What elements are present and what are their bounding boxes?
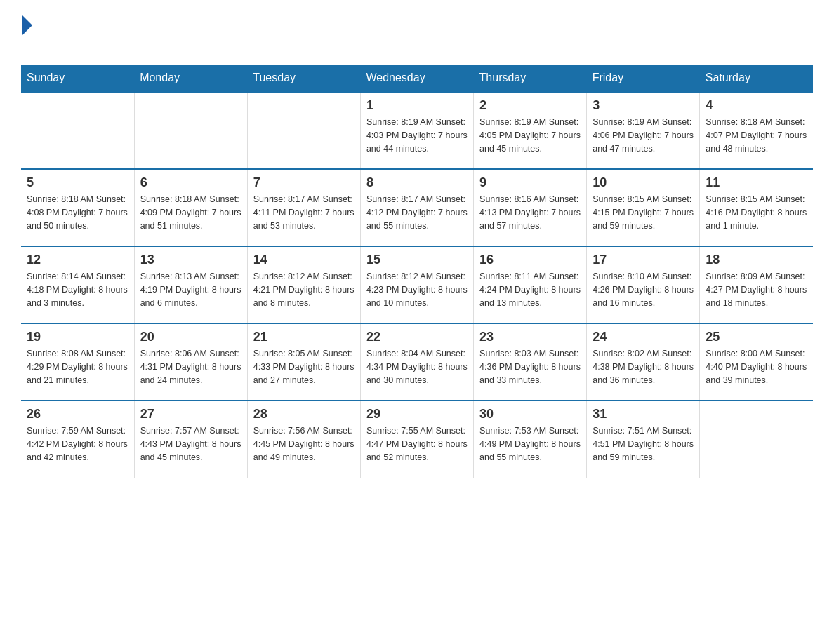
logo xyxy=(21,14,32,58)
day-info: Sunrise: 7:51 AM Sunset: 4:51 PM Dayligh… xyxy=(593,424,694,464)
day-info: Sunrise: 8:12 AM Sunset: 4:21 PM Dayligh… xyxy=(253,270,355,309)
day-info: Sunrise: 8:18 AM Sunset: 4:08 PM Dayligh… xyxy=(27,193,128,232)
day-cell: 3Sunrise: 8:19 AM Sunset: 4:06 PM Daylig… xyxy=(587,92,700,169)
day-number: 18 xyxy=(706,253,807,267)
day-number: 9 xyxy=(479,175,581,190)
day-info: Sunrise: 7:59 AM Sunset: 4:42 PM Dayligh… xyxy=(27,424,128,464)
day-cell xyxy=(134,92,247,169)
day-cell: 1Sunrise: 8:19 AM Sunset: 4:03 PM Daylig… xyxy=(360,92,473,169)
day-info: Sunrise: 7:53 AM Sunset: 4:49 PM Dayligh… xyxy=(479,424,581,464)
day-cell: 30Sunrise: 7:53 AM Sunset: 4:49 PM Dayli… xyxy=(474,401,587,478)
day-number: 17 xyxy=(593,253,694,267)
day-number: 7 xyxy=(253,175,355,190)
day-cell: 23Sunrise: 8:03 AM Sunset: 4:36 PM Dayli… xyxy=(474,323,587,401)
day-number: 13 xyxy=(140,253,241,267)
day-cell: 20Sunrise: 8:06 AM Sunset: 4:31 PM Dayli… xyxy=(134,323,247,401)
day-cell: 4Sunrise: 8:18 AM Sunset: 4:07 PM Daylig… xyxy=(700,92,813,169)
week-row-3: 12Sunrise: 8:14 AM Sunset: 4:18 PM Dayli… xyxy=(21,246,813,323)
day-number: 19 xyxy=(27,330,128,344)
day-number: 4 xyxy=(706,98,807,113)
week-row-5: 26Sunrise: 7:59 AM Sunset: 4:42 PM Dayli… xyxy=(21,401,813,478)
day-cell: 11Sunrise: 8:15 AM Sunset: 4:16 PM Dayli… xyxy=(700,169,813,246)
day-info: Sunrise: 7:57 AM Sunset: 4:43 PM Dayligh… xyxy=(140,424,241,464)
day-number: 5 xyxy=(27,175,128,190)
day-info: Sunrise: 8:06 AM Sunset: 4:31 PM Dayligh… xyxy=(140,347,241,387)
day-cell: 10Sunrise: 8:15 AM Sunset: 4:15 PM Dayli… xyxy=(587,169,700,246)
day-info: Sunrise: 8:19 AM Sunset: 4:03 PM Dayligh… xyxy=(366,116,468,155)
day-cell: 7Sunrise: 8:17 AM Sunset: 4:11 PM Daylig… xyxy=(247,169,360,246)
day-number: 12 xyxy=(27,253,128,267)
day-number: 6 xyxy=(140,175,241,190)
day-number: 22 xyxy=(366,330,468,344)
day-info: Sunrise: 8:14 AM Sunset: 4:18 PM Dayligh… xyxy=(27,270,128,309)
day-info: Sunrise: 8:17 AM Sunset: 4:12 PM Dayligh… xyxy=(366,193,468,232)
day-number: 28 xyxy=(253,407,355,422)
day-info: Sunrise: 8:15 AM Sunset: 4:15 PM Dayligh… xyxy=(593,193,694,232)
day-number: 21 xyxy=(253,330,355,344)
day-info: Sunrise: 8:16 AM Sunset: 4:13 PM Dayligh… xyxy=(479,193,581,232)
day-info: Sunrise: 7:56 AM Sunset: 4:45 PM Dayligh… xyxy=(253,424,355,464)
week-row-2: 5Sunrise: 8:18 AM Sunset: 4:08 PM Daylig… xyxy=(21,169,813,246)
day-cell: 13Sunrise: 8:13 AM Sunset: 4:19 PM Dayli… xyxy=(134,246,247,323)
day-number: 16 xyxy=(479,253,581,267)
header-cell-saturday: Saturday xyxy=(700,65,813,92)
day-cell xyxy=(21,92,134,169)
calendar-table: SundayMondayTuesdayWednesdayThursdayFrid… xyxy=(21,65,813,478)
day-number: 26 xyxy=(27,407,128,422)
day-number: 2 xyxy=(479,98,581,113)
day-info: Sunrise: 8:10 AM Sunset: 4:26 PM Dayligh… xyxy=(593,270,694,309)
day-cell: 31Sunrise: 7:51 AM Sunset: 4:51 PM Dayli… xyxy=(587,401,700,478)
day-info: Sunrise: 8:19 AM Sunset: 4:06 PM Dayligh… xyxy=(593,116,694,155)
logo-arrow-icon xyxy=(22,15,32,35)
day-number: 23 xyxy=(479,330,581,344)
day-info: Sunrise: 8:08 AM Sunset: 4:29 PM Dayligh… xyxy=(27,347,128,387)
day-cell: 9Sunrise: 8:16 AM Sunset: 4:13 PM Daylig… xyxy=(474,169,587,246)
day-info: Sunrise: 8:17 AM Sunset: 4:11 PM Dayligh… xyxy=(253,193,355,232)
header-cell-thursday: Thursday xyxy=(474,65,587,92)
day-number: 20 xyxy=(140,330,241,344)
day-number: 27 xyxy=(140,407,241,422)
day-info: Sunrise: 8:11 AM Sunset: 4:24 PM Dayligh… xyxy=(479,270,581,309)
header-cell-sunday: Sunday xyxy=(21,65,134,92)
header-row: SundayMondayTuesdayWednesdayThursdayFrid… xyxy=(21,65,813,92)
day-number: 1 xyxy=(366,98,468,113)
header-cell-wednesday: Wednesday xyxy=(360,65,473,92)
day-info: Sunrise: 8:18 AM Sunset: 4:07 PM Dayligh… xyxy=(706,116,807,155)
day-cell: 5Sunrise: 8:18 AM Sunset: 4:08 PM Daylig… xyxy=(21,169,134,246)
header-cell-tuesday: Tuesday xyxy=(247,65,360,92)
day-cell: 19Sunrise: 8:08 AM Sunset: 4:29 PM Dayli… xyxy=(21,323,134,401)
day-number: 3 xyxy=(593,98,694,113)
day-cell: 6Sunrise: 8:18 AM Sunset: 4:09 PM Daylig… xyxy=(134,169,247,246)
day-number: 25 xyxy=(706,330,807,344)
day-cell: 12Sunrise: 8:14 AM Sunset: 4:18 PM Dayli… xyxy=(21,246,134,323)
header-cell-monday: Monday xyxy=(134,65,247,92)
day-cell xyxy=(700,401,813,478)
day-cell: 14Sunrise: 8:12 AM Sunset: 4:21 PM Dayli… xyxy=(247,246,360,323)
day-info: Sunrise: 8:18 AM Sunset: 4:09 PM Dayligh… xyxy=(140,193,241,232)
day-cell: 16Sunrise: 8:11 AM Sunset: 4:24 PM Dayli… xyxy=(474,246,587,323)
day-number: 8 xyxy=(366,175,468,190)
day-info: Sunrise: 8:05 AM Sunset: 4:33 PM Dayligh… xyxy=(253,347,355,387)
day-info: Sunrise: 8:19 AM Sunset: 4:05 PM Dayligh… xyxy=(479,116,581,155)
day-cell: 26Sunrise: 7:59 AM Sunset: 4:42 PM Dayli… xyxy=(21,401,134,478)
day-cell: 29Sunrise: 7:55 AM Sunset: 4:47 PM Dayli… xyxy=(360,401,473,478)
day-info: Sunrise: 8:12 AM Sunset: 4:23 PM Dayligh… xyxy=(366,270,468,309)
day-cell: 21Sunrise: 8:05 AM Sunset: 4:33 PM Dayli… xyxy=(247,323,360,401)
day-cell: 24Sunrise: 8:02 AM Sunset: 4:38 PM Dayli… xyxy=(587,323,700,401)
day-info: Sunrise: 8:02 AM Sunset: 4:38 PM Dayligh… xyxy=(593,347,694,387)
day-cell: 2Sunrise: 8:19 AM Sunset: 4:05 PM Daylig… xyxy=(474,92,587,169)
day-cell xyxy=(247,92,360,169)
day-number: 10 xyxy=(593,175,694,190)
day-cell: 27Sunrise: 7:57 AM Sunset: 4:43 PM Dayli… xyxy=(134,401,247,478)
day-cell: 22Sunrise: 8:04 AM Sunset: 4:34 PM Dayli… xyxy=(360,323,473,401)
day-info: Sunrise: 7:55 AM Sunset: 4:47 PM Dayligh… xyxy=(366,424,468,464)
week-row-1: 1Sunrise: 8:19 AM Sunset: 4:03 PM Daylig… xyxy=(21,92,813,169)
day-number: 15 xyxy=(366,253,468,267)
day-cell: 17Sunrise: 8:10 AM Sunset: 4:26 PM Dayli… xyxy=(587,246,700,323)
day-cell: 28Sunrise: 7:56 AM Sunset: 4:45 PM Dayli… xyxy=(247,401,360,478)
day-info: Sunrise: 8:15 AM Sunset: 4:16 PM Dayligh… xyxy=(706,193,807,232)
day-cell: 25Sunrise: 8:00 AM Sunset: 4:40 PM Dayli… xyxy=(700,323,813,401)
week-row-4: 19Sunrise: 8:08 AM Sunset: 4:29 PM Dayli… xyxy=(21,323,813,401)
day-number: 24 xyxy=(593,330,694,344)
day-info: Sunrise: 8:00 AM Sunset: 4:40 PM Dayligh… xyxy=(706,347,807,387)
